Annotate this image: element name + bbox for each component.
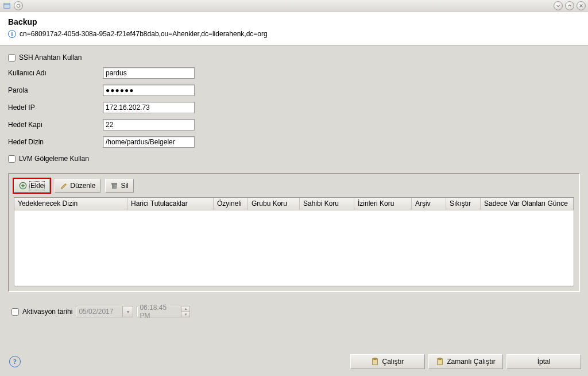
add-button-label: Ekle <box>29 181 45 190</box>
close-icon[interactable] <box>577 1 586 10</box>
th-existing[interactable]: Sadece Var Olanları Günce <box>481 198 574 210</box>
target-dir-label: Hedef Dizin <box>8 138 103 146</box>
ssh-key-row: SSH Anahtarı Kullan <box>8 51 580 64</box>
th-archive[interactable]: Arşiv <box>412 198 446 210</box>
svg-point-2 <box>17 4 20 7</box>
help-icon[interactable]: ? <box>9 356 21 367</box>
lvm-checkbox[interactable] <box>8 155 16 163</box>
activation-label: Aktivasyon tarihi <box>22 308 72 316</box>
pencil-icon <box>60 182 68 190</box>
target-port-label: Hedef Kapı <box>8 121 103 129</box>
clipboard-run-icon <box>371 358 379 366</box>
spinner-up-icon: ▲ <box>181 306 189 312</box>
app-menu-icon[interactable] <box>2 1 11 10</box>
target-dir-input[interactable] <box>103 136 195 148</box>
trash-icon <box>110 182 118 190</box>
target-ip-input[interactable] <box>103 102 195 113</box>
table-header-row: Yedeklenecek Dizin Harici Tutulacaklar Ö… <box>14 198 574 210</box>
run-button[interactable]: Çalıştır <box>350 354 425 369</box>
th-owner[interactable]: Sahibi Koru <box>300 198 354 210</box>
dn-text: cn=680917a2-405d-308a-95a2-f21ef47b8dab,… <box>20 30 268 38</box>
delete-button-label: Sil <box>121 182 128 190</box>
lvm-row: LVM Gölgeleme Kullan <box>8 152 580 165</box>
th-exclude[interactable]: Harici Tutulacaklar <box>127 198 214 210</box>
date-dropdown-button: ▾ <box>123 306 133 317</box>
page-title: Backup <box>8 17 580 26</box>
username-label: Kullanıcı Adı <box>8 69 103 77</box>
dir-table[interactable]: Yedeklenecek Dizin Harici Tutulacaklar Ö… <box>14 197 574 286</box>
run-button-label: Çalıştır <box>382 358 404 366</box>
dir-panel: Ekle Düzenle Sil Yedeklenecek Dizin Hari… <box>8 173 580 292</box>
target-ip-label: Hedef IP <box>8 103 103 112</box>
header-panel: Backup i cn=680917a2-405d-308a-95a2-f21e… <box>0 11 588 45</box>
edit-button-label: Düzenle <box>70 182 95 190</box>
th-group[interactable]: Grubu Koru <box>248 198 300 210</box>
ssh-key-checkbox[interactable] <box>8 54 16 62</box>
th-perm[interactable]: İzinleri Koru <box>354 198 412 210</box>
spinner-down-icon: ▼ <box>181 312 189 317</box>
th-recursive[interactable]: Özyineli <box>214 198 248 210</box>
th-compress[interactable]: Sıkıştır <box>446 198 481 210</box>
bottom-bar: ? Çalıştır Zamanlı Çalıştır İptal <box>0 350 588 376</box>
scheduled-run-button[interactable]: Zamanlı Çalıştır <box>428 354 503 369</box>
add-button[interactable]: Ekle <box>14 179 50 193</box>
password-input[interactable] <box>103 85 195 96</box>
clipboard-schedule-icon <box>436 358 444 366</box>
activation-date-input: 05/02/2017 <box>76 306 123 317</box>
minimize-icon[interactable] <box>554 1 563 10</box>
activation-time-input: 06:18:45 PM <box>137 306 181 317</box>
target-port-input[interactable] <box>103 119 195 131</box>
dir-toolbar: Ekle Düzenle Sil <box>14 179 574 193</box>
svg-rect-0 <box>4 3 10 8</box>
svg-rect-10 <box>112 183 117 185</box>
maximize-icon[interactable] <box>565 1 574 10</box>
activation-row: Aktivasyon tarihi 05/02/2017 ▾ 06:18:45 … <box>8 306 580 317</box>
edit-button[interactable]: Düzenle <box>55 179 100 193</box>
lvm-label: LVM Gölgeleme Kullan <box>19 155 89 163</box>
info-icon: i <box>8 30 16 38</box>
time-spinner-buttons: ▲ ▼ <box>181 306 190 317</box>
titlebar <box>0 0 588 11</box>
username-input[interactable] <box>103 67 195 79</box>
password-label: Parola <box>8 86 103 94</box>
cancel-button-label: İptal <box>537 358 551 366</box>
window-roll-icon[interactable] <box>14 1 23 10</box>
scheduled-run-button-label: Zamanlı Çalıştır <box>447 358 496 366</box>
ssh-key-label: SSH Anahtarı Kullan <box>19 53 82 62</box>
svg-rect-15 <box>374 358 376 360</box>
header-subtitle: i cn=680917a2-405d-308a-95a2-f21ef47b8da… <box>8 30 580 38</box>
delete-button[interactable]: Sil <box>105 179 133 193</box>
cancel-button[interactable]: İptal <box>506 354 581 369</box>
plus-circle-icon <box>19 182 27 190</box>
svg-rect-17 <box>439 358 441 360</box>
form-panel: SSH Anahtarı Kullan Kullanıcı Adı Parola… <box>0 45 588 317</box>
activation-checkbox[interactable] <box>11 308 19 316</box>
th-dir[interactable]: Yedeklenecek Dizin <box>14 198 127 210</box>
